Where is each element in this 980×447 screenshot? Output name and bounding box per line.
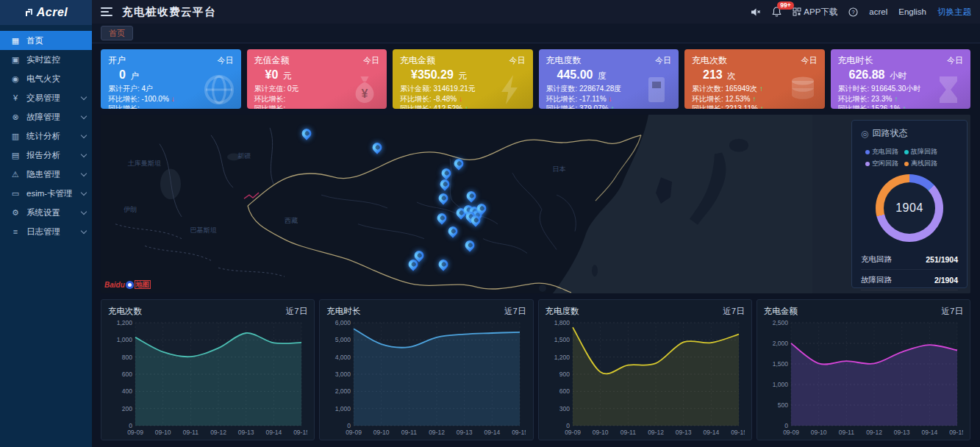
sidebar-item-trade[interactable]: ¥ 交易管理 (0, 88, 92, 107)
donut-total: 1904 (884, 182, 935, 234)
sidebar-item-label: 交易管理 (26, 93, 60, 104)
chevron-down-icon (81, 189, 87, 195)
esim-icon: ▭ (10, 189, 21, 199)
map-region-label: 巴基斯坦 (190, 225, 217, 235)
legend-dot (904, 162, 909, 166)
map-region-label: 土库曼斯坦 (128, 158, 161, 168)
circuit-legend: 充电回路 故障回路 空闲回路 离线回路 (865, 147, 958, 168)
chevron-down-icon (81, 132, 87, 137)
chevron-down-icon (81, 151, 87, 157)
legend-dot (865, 150, 870, 154)
svg-text:1,200: 1,200 (554, 354, 570, 361)
kpi-card-period: 今日 (801, 55, 818, 66)
svg-text:09-09: 09-09 (127, 429, 143, 436)
money-bag-icon: ¥ (347, 72, 382, 107)
svg-text:09-12: 09-12 (866, 429, 882, 436)
svg-text:6,000: 6,000 (335, 319, 351, 326)
svg-text:09-13: 09-13 (894, 429, 910, 436)
legend-item[interactable]: 空闲回路 (865, 159, 898, 168)
sidebar-item-report[interactable]: ▤ 报告分析 (0, 146, 92, 165)
legend-dot (904, 150, 909, 154)
legend-item[interactable]: 离线回路 (904, 159, 937, 168)
mute-icon[interactable] (751, 7, 761, 17)
legend-item[interactable]: 充电回路 (865, 147, 898, 157)
sidebar-item-settings[interactable]: ⚙ 系统设置 (0, 203, 92, 222)
sidebar-item-label: 日志管理 (26, 226, 60, 237)
kpi-card-title: 充值金额 (254, 54, 290, 67)
app-download-button[interactable]: APP下载 (793, 7, 837, 18)
chevron-down-icon (81, 112, 87, 118)
help-icon[interactable]: ? (848, 7, 858, 17)
chart-title: 充电次数 (108, 306, 142, 317)
kpi-card-title: 充电度数 (546, 54, 582, 67)
svg-text:3,000: 3,000 (335, 371, 351, 378)
svg-text:?: ? (852, 9, 855, 15)
svg-text:1,500: 1,500 (772, 360, 788, 368)
hourglass-icon (931, 72, 966, 107)
home-icon: ▦ (10, 36, 21, 46)
sidebar-item-label: 故障管理 (26, 112, 60, 123)
line-chart: 01,0002,0003,0004,0005,0006,00009-0909-1… (326, 317, 526, 437)
sidebar-item-esim[interactable]: ▭ esim-卡管理 (0, 184, 92, 203)
baidu-paw-icon (126, 281, 134, 289)
svg-text:09-09: 09-09 (783, 429, 799, 436)
arrow-down-icon: ↓ (609, 95, 612, 103)
svg-text:300: 300 (559, 405, 569, 412)
fault-icon: ⊗ (10, 112, 21, 122)
chart-panel-charge-kwh: 充电度数近7日 03006009001,2001,5001,80009-0909… (538, 299, 752, 440)
kpi-card-period: 今日 (947, 55, 963, 66)
logo-text: Acrel (37, 6, 68, 19)
arrow-up-icon: ↑ (611, 104, 615, 109)
topbar-right: 99+ APP下载 ? acrel English 切换主题 (751, 7, 971, 18)
tab-home[interactable]: 首页 (101, 26, 133, 40)
collapse-menu-icon[interactable] (101, 5, 112, 18)
chart-panel-charge-duration: 充电时长近7日 01,0002,0003,0004,0005,0006,0000… (319, 299, 533, 440)
sidebar-menu: ▦ 首页 ▣ 实时监控 ◉ 电气火灾 ¥ 交易管理 ⊗ 故障管理 ▥ 统计分析 … (0, 31, 92, 241)
circuit-row: 充电回路251/1904 (861, 249, 958, 270)
arrow-up-icon: ↑ (759, 85, 763, 93)
china-map[interactable]: 土库曼斯坦伊朗新疆西藏巴基斯坦日本 Baidu 地图 ◎ 回路状态 充电回路 故… (101, 115, 970, 293)
svg-text:1,000: 1,000 (772, 381, 788, 388)
sidebar-item-stats[interactable]: ▥ 统计分析 (0, 126, 92, 146)
svg-text:09-13: 09-13 (675, 429, 691, 436)
arrow-up-icon: ↑ (903, 104, 906, 109)
svg-text:09-10: 09-10 (373, 429, 390, 436)
circuit-status-panel: ◎ 回路状态 充电回路 故障回路 空闲回路 离线回路 1904 (851, 120, 968, 288)
svg-text:2,000: 2,000 (772, 340, 788, 347)
chart-title: 充电时长 (326, 306, 360, 317)
bolt-icon (493, 72, 529, 107)
baidu-map-attribution: Baidu 地图 (104, 280, 151, 289)
theme-switch-link[interactable]: 切换主题 (937, 7, 971, 18)
sidebar-item-label: esim-卡管理 (26, 188, 73, 199)
sidebar-item-home[interactable]: ▦ 首页 (0, 31, 92, 50)
logo[interactable]: Acrel (0, 0, 92, 25)
line-chart: 05001,0001,5002,0002,50009-0909-1009-110… (764, 317, 963, 437)
sidebar-item-fault[interactable]: ⊗ 故障管理 (0, 107, 92, 126)
language-switch[interactable]: English (898, 7, 926, 16)
username[interactable]: acrel (869, 7, 887, 16)
sidebar-item-hazard[interactable]: ⚠ 隐患管理 (0, 165, 92, 184)
kpi-card-title: 充电时长 (838, 54, 873, 67)
svg-text:09-14: 09-14 (921, 429, 937, 436)
svg-text:2,500: 2,500 (772, 319, 788, 326)
map-region-label: 伊朗 (124, 204, 137, 214)
sidebar-item-log[interactable]: ≡ 日志管理 (0, 222, 92, 241)
svg-text:09-09: 09-09 (346, 429, 362, 436)
content: 开户 今日 0 户 累计开户: 4户环比增长: -100.0%↓同比增长: 充值… (92, 43, 980, 447)
legend-item[interactable]: 故障回路 (904, 147, 937, 157)
monitor-icon: ▣ (10, 55, 21, 65)
arrow-up-icon: ↑ (752, 95, 756, 103)
trend-charts-row: 充电次数近7日 02004006008001,0001,20009-0909-1… (101, 299, 970, 440)
chart-panel-charge-count: 充电次数近7日 02004006008001,0001,20009-0909-1… (101, 299, 315, 440)
svg-text:09-15: 09-15 (731, 429, 745, 436)
chart-title: 充电金额 (764, 306, 798, 317)
notification-bell-icon[interactable]: 99+ (772, 7, 782, 17)
svg-text:400: 400 (122, 387, 132, 395)
kpi-cards-row: 开户 今日 0 户 累计开户: 4户环比增长: -100.0%↓同比增长: 充值… (101, 49, 970, 109)
sidebar-item-fire[interactable]: ◉ 电气火灾 (0, 69, 92, 88)
kpi-card: 充电金额 今日 ¥350.29 元 累计金额: 314619.21元环比增长: … (393, 49, 533, 109)
chart-period-label: 近7日 (723, 306, 744, 317)
kpi-card: 充电时长 今日 626.88 小时 累计时长: 916645.30小时环比增长:… (831, 49, 971, 109)
sidebar-item-monitor[interactable]: ▣ 实时监控 (0, 50, 92, 69)
svg-text:1,200: 1,200 (117, 319, 133, 326)
